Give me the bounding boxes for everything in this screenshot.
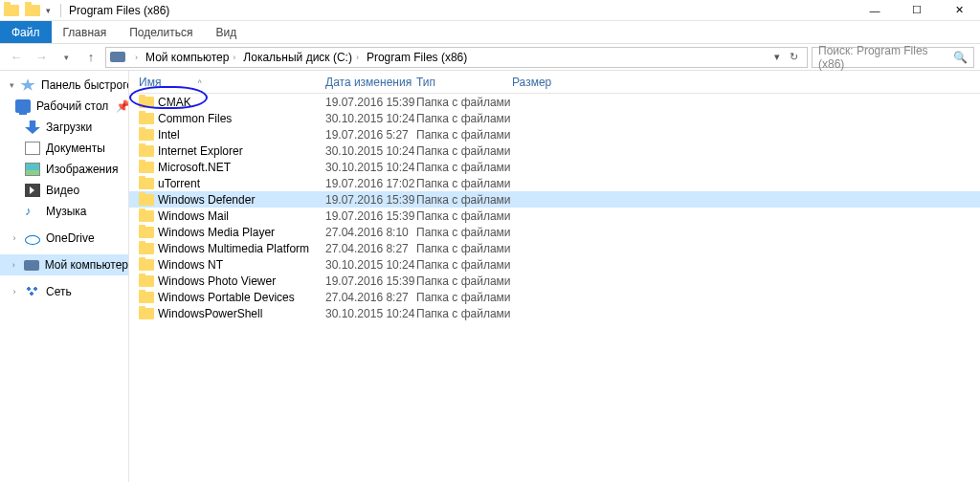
folder-icon (139, 292, 154, 303)
qat-dropdown-icon[interactable]: ▾ (42, 6, 55, 15)
sidebar-label: Панель быстрого доступа (41, 78, 129, 92)
file-type: Папка с файлами (416, 161, 512, 174)
search-input[interactable]: Поиск: Program Files (x86) 🔍 (812, 47, 974, 68)
breadcrumb-label: Локальный диск (C:) (243, 51, 352, 64)
file-type: Папка с файлами (416, 209, 512, 223)
file-row[interactable]: Internet Explorer30.10.2015 10:24Папка с… (129, 142, 980, 159)
file-date: 19.07.2016 15:39 (325, 96, 416, 109)
chevron-right-icon[interactable]: › (131, 53, 142, 62)
minimize-button[interactable]: — (854, 0, 896, 21)
sidebar-label: Загрузки (46, 120, 92, 134)
sidebar-documents[interactable]: Документы (0, 138, 128, 159)
file-row[interactable]: Windows Photo Viewer19.07.2016 15:39Папк… (129, 273, 980, 289)
sidebar-quick-access[interactable]: ▾Панель быстрого доступа (0, 75, 128, 96)
file-name: WindowsPowerShell (158, 307, 262, 320)
folder-icon (139, 162, 154, 173)
sidebar-label: Сеть (46, 285, 72, 298)
file-row[interactable]: Microsoft.NET30.10.2015 10:24Папка с фай… (129, 159, 980, 175)
sidebar-label: Изображения (46, 163, 118, 176)
address-bar-row: ← → ▾ ↑ › Мой компьютер› Локальный диск … (0, 44, 980, 71)
file-row[interactable]: Windows NT30.10.2015 10:24Папка с файлам… (129, 256, 980, 273)
expand-icon[interactable]: › (10, 287, 19, 296)
star-icon (20, 78, 35, 92)
column-header-size[interactable]: Размер (512, 76, 589, 89)
sidebar-label: Музыка (46, 205, 86, 218)
sidebar-label: Видео (46, 184, 79, 197)
file-row[interactable]: uTorrent19.07.2016 17:02Папка с файлами (129, 175, 980, 191)
folder-icon (139, 113, 154, 124)
sidebar-onedrive[interactable]: ›OneDrive (0, 228, 128, 249)
folder-icon (139, 194, 154, 206)
desktop-icon (15, 99, 31, 113)
sidebar-this-pc[interactable]: ›Мой компьютер (0, 254, 128, 275)
file-row[interactable]: Windows Multimedia Platform27.04.2016 8:… (129, 240, 980, 256)
chevron-right-icon[interactable]: › (352, 53, 363, 62)
folder-icon (139, 243, 154, 254)
file-row[interactable]: Intel19.07.2016 5:27Папка с файлами (129, 126, 980, 142)
breadcrumb-label: Мой компьютер (145, 51, 229, 64)
file-row[interactable]: Windows Mail19.07.2016 15:39Папка с файл… (129, 208, 980, 224)
cloud-icon (25, 235, 40, 245)
sidebar-label: OneDrive (46, 231, 95, 245)
navigation-pane: ▾Панель быстрого доступа Рабочий стол📌 З… (0, 71, 129, 482)
file-row[interactable]: Common Files30.10.2015 10:24Папка с файл… (129, 110, 980, 126)
nav-back-button[interactable]: ← (6, 47, 27, 68)
sidebar-videos[interactable]: Видео (0, 180, 128, 201)
file-type: Папка с файлами (416, 96, 512, 109)
file-row[interactable]: Windows Defender19.07.2016 15:39Папка с … (129, 191, 980, 208)
file-type: Папка с файлами (416, 307, 512, 320)
nav-recent-dropdown[interactable]: ▾ (56, 47, 77, 68)
file-date: 30.10.2015 10:24 (325, 161, 416, 174)
sidebar-desktop[interactable]: Рабочий стол📌 (0, 96, 128, 117)
file-row[interactable]: CMAK19.07.2016 15:39Папка с файлами (129, 94, 980, 110)
tab-home[interactable]: Главная (52, 21, 119, 43)
file-name: Intel (158, 128, 180, 142)
file-date: 19.07.2016 17:02 (325, 177, 416, 190)
search-placeholder: Поиск: Program Files (x86) (818, 44, 953, 71)
qat-new-folder-icon[interactable] (25, 5, 40, 16)
file-name: uTorrent (158, 177, 200, 190)
expand-icon[interactable]: › (10, 260, 18, 270)
pc-icon (24, 260, 39, 271)
sidebar-network[interactable]: ›Сеть (0, 281, 128, 302)
maximize-button[interactable]: ☐ (896, 0, 938, 21)
file-type: Папка с файлами (416, 242, 512, 255)
breadcrumb-item[interactable]: Мой компьютер› (144, 51, 241, 64)
address-bar[interactable]: › Мой компьютер› Локальный диск (C:)› Pr… (105, 47, 808, 68)
column-header-type[interactable]: Тип (416, 76, 512, 89)
column-header-date[interactable]: Дата изменения (325, 76, 416, 89)
address-dropdown-icon[interactable]: ▾ (769, 51, 785, 63)
video-icon (25, 184, 40, 197)
nav-up-button[interactable]: ↑ (80, 47, 101, 68)
expand-icon[interactable]: › (10, 233, 19, 243)
file-row[interactable]: WindowsPowerShell30.10.2015 10:24Папка с… (129, 305, 980, 321)
file-name: Windows NT (158, 258, 223, 272)
sidebar-pictures[interactable]: Изображения (0, 159, 128, 180)
sidebar-downloads[interactable]: Загрузки (0, 117, 128, 138)
sidebar-music[interactable]: Музыка (0, 201, 128, 222)
file-name: Microsoft.NET (158, 161, 231, 174)
file-row[interactable]: Windows Media Player27.04.2016 8:10Папка… (129, 224, 980, 240)
file-date: 30.10.2015 10:24 (325, 258, 416, 272)
file-name: CMAK (158, 96, 191, 109)
tab-view[interactable]: Вид (204, 21, 248, 43)
ribbon-tabs: Файл Главная Поделиться Вид (0, 21, 980, 44)
column-header-name[interactable]: Имя^ (129, 76, 325, 89)
folder-icon (139, 178, 154, 189)
file-date: 27.04.2016 8:10 (325, 226, 416, 239)
tab-share[interactable]: Поделиться (118, 21, 204, 43)
breadcrumb-item[interactable]: Program Files (x86) (365, 51, 469, 64)
file-type: Папка с файлами (416, 274, 512, 288)
music-icon (25, 205, 40, 218)
nav-forward-button[interactable]: → (31, 47, 52, 68)
file-date: 19.07.2016 15:39 (325, 274, 416, 288)
refresh-icon[interactable]: ↻ (785, 51, 803, 63)
expand-icon[interactable]: ▾ (10, 80, 14, 90)
close-button[interactable]: ✕ (938, 0, 980, 21)
folder-icon (139, 259, 154, 271)
tab-file[interactable]: Файл (0, 21, 52, 43)
file-date: 19.07.2016 15:39 (325, 209, 416, 223)
breadcrumb-item[interactable]: Локальный диск (C:)› (241, 51, 365, 64)
chevron-right-icon[interactable]: › (229, 53, 239, 62)
file-row[interactable]: Windows Portable Devices27.04.2016 8:27П… (129, 289, 980, 305)
